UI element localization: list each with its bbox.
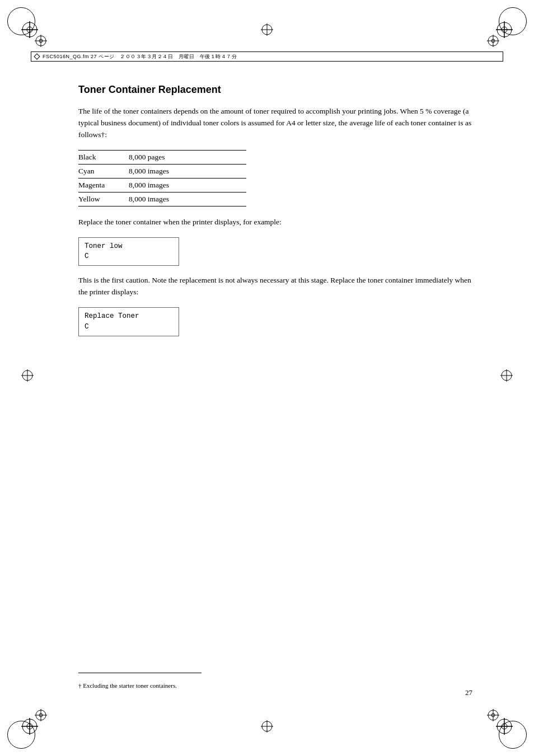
table-row: Yellow8,000 images [78,192,246,206]
toner-color: Yellow [78,192,129,206]
reg-mark-bc [261,720,273,732]
reg-mark-tl-inner [35,35,47,47]
header-diamond [34,53,40,59]
toner-color: Black [78,150,129,164]
reg-mark-ml [21,369,34,382]
reg-mark-tr-inner [487,35,499,47]
toner-life: 8,000 images [129,164,246,178]
reg-mark-mr [500,369,513,382]
header-text: FSC5016N_QG.fm 27 ページ ２００３年３月２４日 月曜日 午後１… [43,53,237,60]
page-title: Toner Container Replacement [78,84,472,96]
toner-life: 8,000 images [129,178,246,192]
toner-life: 8,000 pages [129,150,246,164]
toner-life: 8,000 images [129,192,246,206]
display-box-replace-toner: Replace Toner C [78,307,179,336]
display-box-2-line2: C [85,323,89,331]
display-box-2-line1: Replace Toner [85,312,139,320]
display-box-1-line2: C [85,252,89,260]
replace-intro-text: Replace the toner container when the pri… [78,217,472,228]
footnote: † Excluding the starter toner containers… [78,682,177,689]
toner-color: Cyan [78,164,129,178]
toner-color: Magenta [78,178,129,192]
intro-paragraph: The life of the toner containers depends… [78,106,472,141]
page: FSC5016N_QG.fm 27 ページ ２００３年３月２４日 月曜日 午後１… [0,0,534,756]
reg-mark-br-inner [487,709,499,721]
table-row: Magenta8,000 images [78,178,246,192]
display-box-toner-low: Toner low C [78,237,179,266]
header-bar: FSC5016N_QG.fm 27 ページ ２００３年３月２４日 月曜日 午後１… [31,51,503,62]
table-row: Black8,000 pages [78,150,246,164]
page-number: 27 [465,688,472,697]
toner-table: Black8,000 pagesCyan8,000 imagesMagenta8… [78,150,246,206]
display-box-1-line1: Toner low [85,242,123,250]
footer-rule [78,673,202,673]
table-row: Cyan8,000 images [78,164,246,178]
caution-text: This is the first caution. Note the repl… [78,275,472,298]
main-content: Toner Container Replacement The life of … [78,73,472,345]
reg-mark-tc [261,24,273,36]
reg-mark-bl-inner [35,709,47,721]
